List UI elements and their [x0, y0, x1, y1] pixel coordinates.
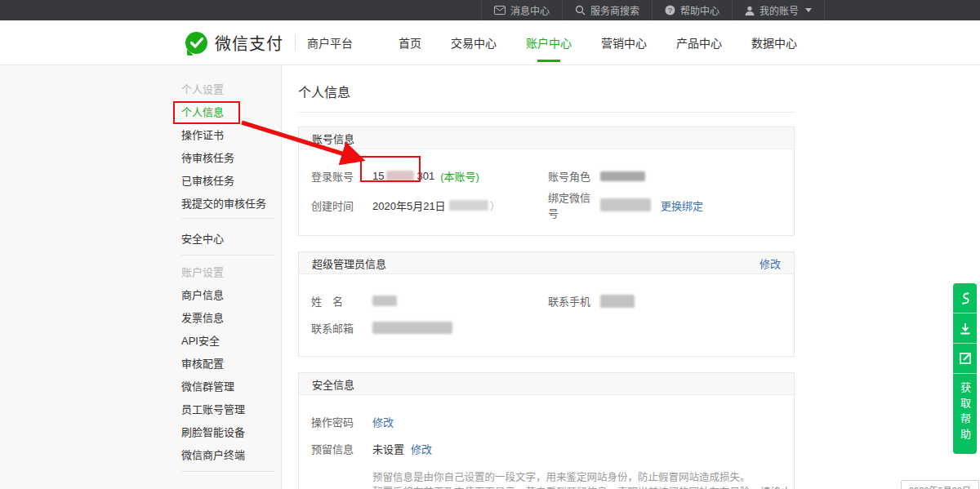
login-account-cell: 登录账号 15 301 (本账号) — [299, 168, 536, 184]
sidebar-item-my-submitted-tasks[interactable]: 我提交的审核任务 — [181, 191, 281, 214]
date-badge: 2020年5月22日 — [901, 480, 979, 489]
sidebar-item-pending-review-tasks[interactable]: 待审核任务 — [181, 145, 281, 168]
svg-text:?: ? — [668, 7, 672, 15]
table-row: 姓 名 联系手机 — [299, 287, 794, 314]
sidebar-menu-account: 账户设置 商户信息 发票信息 API安全 审核配置 微信群管理 员工账号管理 刷… — [0, 260, 281, 465]
topbar-my-account[interactable]: 我的账号 — [732, 0, 825, 20]
topbar-item-label: 帮助中心 — [680, 3, 719, 17]
wechat-pay-logo-icon — [185, 32, 207, 54]
mail-icon — [494, 6, 506, 15]
sidebar-item-personal-info[interactable]: 个人信息 — [181, 100, 281, 122]
operation-password-cell: 操作密码 修改 — [299, 414, 394, 429]
sidebar-item-invoice-info[interactable]: 发票信息 — [181, 305, 281, 328]
redacted-admin-phone — [600, 295, 635, 308]
nav-account-center[interactable]: 账户中心 — [524, 31, 573, 54]
bound-wechat-label: 绑定微信号 — [548, 189, 600, 220]
sidebar-menu: 个人设置 个人信息 操作证书 待审核任务 已审核任务 我提交的审核任务 — [0, 77, 281, 214]
sidebar-item-api-security[interactable]: API安全 — [181, 328, 281, 351]
title-divider — [298, 112, 795, 113]
redacted-admin-name — [372, 296, 397, 306]
sidebar-item-merchant-info[interactable]: 商户信息 — [181, 282, 281, 305]
reserved-info-label: 预留信息 — [311, 441, 372, 456]
security-info-section: 安全信息 操作密码 修改 预留信息 未设置 修改 — [298, 372, 795, 489]
topbar-item-label: 消息中心 — [510, 3, 550, 17]
topbar-message-center[interactable]: 消息中心 — [481, 0, 562, 20]
body: 个人设置 个人信息 操作证书 待审核任务 已审核任务 我提交的审核任务 安全中心… — [0, 65, 980, 489]
link-icon — [960, 291, 970, 305]
get-help-button[interactable]: 获取帮助 — [953, 374, 977, 454]
brand-divider — [295, 34, 296, 51]
login-number-prefix: 15 — [372, 170, 384, 182]
download-icon — [960, 322, 971, 335]
nav-product-center[interactable]: 产品中心 — [675, 31, 724, 54]
login-number-suffix: 301 — [416, 170, 434, 182]
super-admin-header: 超级管理员信息 修改 — [299, 252, 794, 274]
sidebar-group-account-settings: 账户设置 — [181, 260, 281, 282]
account-info-section: 账号信息 登录账号 15 301 (本账号) — [298, 127, 795, 236]
sidebar-item-staff-account-mgmt[interactable]: 员工账号管理 — [181, 397, 281, 420]
help-line: 预留信息是由你自己设置的一段文字，用来鉴定网站身份，防止假冒网站造成损失。 — [372, 470, 794, 485]
reserved-edit-link[interactable]: 修改 — [411, 441, 432, 456]
reserved-info-cell: 预留信息 未设置 修改 — [299, 441, 432, 456]
nav-marketing-center[interactable]: 营销中心 — [599, 31, 648, 54]
wechat-pay-merchant-page: 消息中心 服务商搜索 ? 帮助中心 我的账号 — [0, 0, 980, 489]
nav-home[interactable]: 首页 — [397, 31, 423, 54]
search-icon — [575, 5, 586, 16]
sidebar-item-face-smart-device[interactable]: 刷脸智能设备 — [181, 420, 281, 442]
help-line: 配置后将在首页及充值页面显示。若未看到预留信息，表明当前访问的网站存在风险，请终… — [372, 485, 794, 489]
user-icon — [745, 6, 755, 16]
section-title: 安全信息 — [312, 376, 354, 392]
sidebar-divider — [181, 471, 274, 472]
sidebar-item-review-config[interactable]: 审核配置 — [181, 351, 281, 374]
floating-help-widget: 获取帮助 — [953, 283, 977, 454]
download-button[interactable] — [953, 313, 977, 344]
reserved-info-status: 未设置 — [372, 441, 404, 456]
sidebar-menu-security: 安全中心 — [0, 226, 281, 249]
rebind-link[interactable]: 更换绑定 — [661, 198, 703, 213]
main-content: 个人信息 账号信息 登录账号 15 301 — [282, 65, 980, 489]
brand: 微信支付 商户平台 — [185, 31, 353, 55]
account-role-cell: 账号角色 — [536, 168, 645, 184]
sidebar-item-operation-certificate[interactable]: 操作证书 — [181, 122, 281, 145]
service-link-button[interactable] — [953, 283, 977, 313]
table-row: 操作密码 修改 — [299, 408, 794, 435]
section-title: 账号信息 — [312, 131, 354, 146]
sidebar-divider — [181, 255, 274, 256]
redacted-wechat-id — [600, 198, 651, 211]
created-time-cell: 创建时间 2020年5月21日 ） — [299, 198, 536, 213]
operation-password-label: 操作密码 — [311, 414, 372, 429]
page-title: 个人信息 — [298, 82, 980, 101]
admin-name-label: 姓 名 — [311, 293, 372, 309]
get-help-label: 获取帮助 — [960, 382, 970, 444]
feedback-button[interactable] — [953, 344, 977, 374]
admin-edit-link[interactable]: 修改 — [760, 256, 781, 271]
redacted-admin-email — [372, 322, 452, 334]
bound-wechat-cell: 绑定微信号 更换绑定 — [536, 189, 703, 220]
current-account-tag: (本账号) — [440, 168, 479, 184]
nav-transaction-center[interactable]: 交易中心 — [449, 31, 498, 54]
topbar-provider-search[interactable]: 服务商搜索 — [562, 0, 652, 20]
nav-data-center[interactable]: 数据中心 — [750, 31, 799, 54]
account-role-label: 账号角色 — [548, 168, 600, 184]
redacted-login-number — [386, 171, 414, 181]
account-info-body: 登录账号 15 301 (本账号) 账号角色 — [299, 149, 794, 235]
section-title: 超级管理员信息 — [312, 256, 386, 271]
sidebar-item-reviewed-tasks[interactable]: 已审核任务 — [181, 168, 281, 191]
sidebar-item-wechat-merchant-terminal[interactable]: 微信商户终端 — [181, 442, 281, 465]
sidebar-item-security-center[interactable]: 安全中心 — [181, 226, 281, 249]
super-admin-body: 姓 名 联系手机 联系邮箱 — [299, 274, 794, 356]
security-info-body: 操作密码 修改 预留信息 未设置 修改 预留信息是由你自己设置的一段文字，用来鉴… — [299, 395, 794, 489]
admin-name-cell: 姓 名 — [299, 293, 536, 309]
chevron-down-icon — [805, 8, 812, 12]
topbar: 消息中心 服务商搜索 ? 帮助中心 我的账号 — [0, 0, 980, 20]
created-date-text: 2020年5月21日 — [372, 198, 446, 213]
topbar-item-label: 服务商搜索 — [590, 3, 639, 17]
header: 微信支付 商户平台 首页 交易中心 账户中心 营销中心 产品中心 数据中心 — [0, 20, 980, 65]
redacted-account-role — [600, 171, 645, 181]
account-info-header: 账号信息 — [299, 127, 794, 149]
brand-name: 微信支付 — [215, 31, 283, 55]
topbar-help-center[interactable]: ? 帮助中心 — [652, 0, 732, 20]
sidebar: 个人设置 个人信息 操作证书 待审核任务 已审核任务 我提交的审核任务 安全中心… — [0, 65, 282, 489]
sidebar-item-wechat-group-mgmt[interactable]: 微信群管理 — [181, 374, 281, 397]
password-edit-link[interactable]: 修改 — [372, 414, 394, 429]
